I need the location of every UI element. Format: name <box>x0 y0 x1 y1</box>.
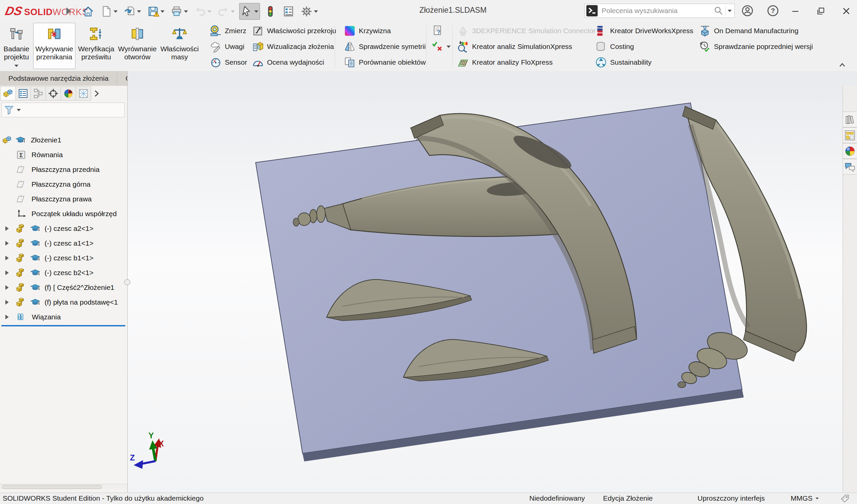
settings-gear-button[interactable] <box>299 3 320 20</box>
graphics-area[interactable]: Y X Z <box>128 71 857 492</box>
assembly-visualization-button[interactable]: Wizualizacja złożenia <box>251 39 335 54</box>
tag-icon[interactable] <box>840 494 850 503</box>
tree-item[interactable]: (-) czesc b1<1> <box>0 251 127 265</box>
status-0: Niedodefiniowany <box>530 493 585 504</box>
annotations-button[interactable]: Uwagi <box>208 39 246 54</box>
ribbon-button-label: Kreator analiz SimulationXpress <box>472 43 572 51</box>
save-button[interactable]: ! <box>146 3 166 20</box>
tab-0[interactable]: Podstawowe narzędzia złożenia <box>0 71 117 86</box>
expand-arrow-icon[interactable] <box>5 300 9 305</box>
restore-button[interactable] <box>813 4 828 18</box>
tree-item[interactable]: Płaszczyzna prawa <box>0 192 127 206</box>
tree-item-label: Płaszczyzna przednia <box>32 162 100 177</box>
simulationxpress-button[interactable]: Kreator analiz SimulationXpress <box>456 39 574 54</box>
costing-button[interactable]: Costing <box>594 39 635 54</box>
tree-item[interactable]: (-) czesc a2<1> <box>0 221 127 236</box>
sustainability-icon <box>595 56 607 68</box>
properties-form-button[interactable] <box>281 3 296 20</box>
previous-version-button[interactable]: Sprawdzanie poprzedniej wersji <box>698 39 814 54</box>
panel-splitter-grip[interactable] <box>124 279 130 285</box>
configurationmanager-tab[interactable] <box>31 86 46 101</box>
tree-item[interactable]: (f) [ Część2^Złożenie1 <box>0 280 127 295</box>
print-icon <box>170 5 183 17</box>
search-commands-icon[interactable] <box>586 5 598 17</box>
open-button[interactable] <box>122 3 143 20</box>
expand-arrow-icon[interactable] <box>5 315 9 319</box>
expand-arrow-icon[interactable] <box>5 226 9 231</box>
interference-detection-button[interactable]: Wykrywanie przenikania <box>33 23 75 69</box>
redo-button[interactable] <box>216 3 237 20</box>
search-input[interactable] <box>599 7 713 15</box>
displaymanager-tab[interactable] <box>61 86 76 101</box>
on-demand-manufacturing-button[interactable]: On Demand Manufacturing <box>698 23 800 38</box>
print-button[interactable] <box>169 3 190 20</box>
filter-dropdown-icon[interactable] <box>17 109 21 111</box>
dimxpert-tab[interactable] <box>46 86 61 101</box>
featuremanager-tab[interactable] <box>0 86 16 101</box>
tree-item-label: Wiązania <box>32 309 61 324</box>
tree-item[interactable]: (-) czesc b2<1> <box>0 265 127 280</box>
verification-button[interactable] <box>430 39 452 54</box>
content-central-tab[interactable] <box>843 143 857 159</box>
chevron-right-icon <box>92 89 101 98</box>
select-cursor-icon <box>241 5 253 17</box>
check-document-button[interactable]: ? <box>430 23 445 38</box>
tree-item[interactable]: ΣRównania <box>0 148 127 162</box>
filter-funnel-icon[interactable] <box>4 104 14 115</box>
user-account-icon[interactable] <box>741 4 754 17</box>
magnifier-icon[interactable] <box>713 6 723 16</box>
symmetry-check-button[interactable]: Sprawdzenie symetrii <box>342 39 427 54</box>
design-library-tab[interactable] <box>843 127 857 143</box>
mass-properties-button[interactable]: Właściwości masy <box>159 23 200 69</box>
select-cursor-button[interactable] <box>239 3 260 20</box>
home-button[interactable] <box>80 3 96 20</box>
panel-tabs-overflow-button[interactable] <box>91 86 102 101</box>
clearance-verification-button[interactable]: Weryfikacja prześwitu <box>77 23 116 69</box>
tree-scrollbar-thumb[interactable] <box>2 485 102 489</box>
cam-tab-tab[interactable] <box>76 86 91 101</box>
design-study-button[interactable]: Badanie projektu <box>1 23 32 69</box>
floxpress-button[interactable]: Kreator analizy FloXpress <box>456 55 554 70</box>
tree-item[interactable]: Płaszczyzna przednia <box>0 162 127 177</box>
forum-tab[interactable] <box>843 159 857 174</box>
expand-arrow-icon[interactable] <box>5 256 9 261</box>
redo-icon <box>217 5 230 17</box>
rollback-bar[interactable] <box>1 325 125 326</box>
performance-evaluation-button[interactable]: Ocena wydajności <box>251 55 325 70</box>
sensor-button[interactable]: Sensor <box>208 55 249 70</box>
help-icon[interactable]: ? <box>767 4 779 17</box>
expand-arrow-icon[interactable] <box>5 270 9 275</box>
hole-alignment-button[interactable]: Wyrównanie otworów <box>117 23 158 69</box>
traffic-light-button[interactable] <box>263 3 278 20</box>
measure-button[interactable]: Zmierz <box>208 23 248 38</box>
search-box[interactable] <box>585 4 735 18</box>
new-document-button[interactable] <box>99 3 119 20</box>
tree-filter-bar[interactable] <box>1 103 124 117</box>
minimize-icon <box>790 6 801 16</box>
expand-arrow-icon[interactable] <box>5 285 9 290</box>
tree-item[interactable]: Wiązania <box>0 309 127 324</box>
graphics-viewport[interactable]: Y X Z <box>127 71 857 492</box>
ribbon-collapse-icon[interactable] <box>837 60 847 70</box>
expand-arrow-icon[interactable] <box>5 241 9 246</box>
dimxpert-icon <box>48 88 58 99</box>
section-properties-button[interactable]: Właściwości przekroju <box>251 23 338 38</box>
ribbon-button-label: Uwagi <box>225 43 244 51</box>
compare-documents-button[interactable]: Porównanie obiektów <box>342 55 427 70</box>
undo-button[interactable] <box>192 3 213 20</box>
tree-item[interactable]: Złożenie1 <box>0 133 127 148</box>
section-properties-icon <box>252 25 264 37</box>
propertymanager-tab[interactable] <box>15 86 31 101</box>
driveworksxpress-button[interactable]: DriveWorksKreator DriveWorksXpress <box>594 23 694 38</box>
tree-item[interactable]: Płaszczyzna górna <box>0 177 127 192</box>
tree-item[interactable]: (-) czesc a1<1> <box>0 236 127 251</box>
close-button[interactable] <box>839 4 854 18</box>
resources-tab[interactable] <box>843 112 857 127</box>
tree-item[interactable]: Początek układu współrzęd <box>0 206 127 221</box>
curvature-button[interactable]: Krzywizna <box>342 23 392 38</box>
tree-item[interactable]: (f) płyta na podstawę<1 <box>0 295 127 309</box>
sustainability-button[interactable]: Sustainability <box>594 55 653 70</box>
logo-expand-arrow-icon[interactable] <box>66 7 71 15</box>
search-dropdown-icon[interactable] <box>728 10 732 12</box>
minimize-button[interactable] <box>788 4 803 18</box>
